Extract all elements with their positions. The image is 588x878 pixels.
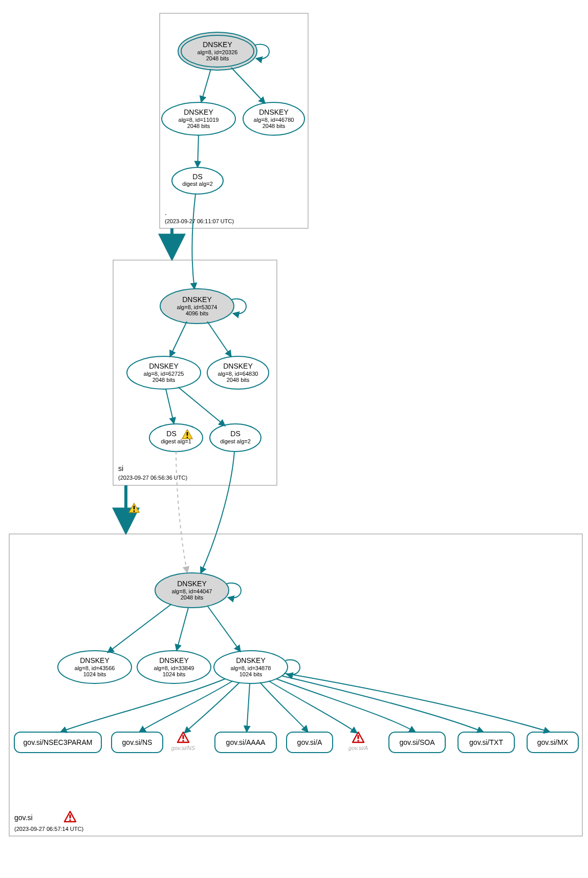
svg-text:alg=8, id=33849: alg=8, id=33849 — [154, 665, 194, 671]
edge-rootksk-zsk1 — [201, 69, 211, 102]
rr-aaaa[interactable]: gov.si/AAAA — [215, 732, 276, 753]
svg-text:2048 bits: 2048 bits — [263, 123, 286, 129]
svg-text:alg=8, id=44047: alg=8, id=44047 — [172, 588, 212, 594]
svg-text:alg=8, id=62725: alg=8, id=62725 — [144, 371, 184, 377]
svg-text:DS: DS — [230, 430, 240, 438]
rr-ns[interactable]: gov.si/NS — [112, 732, 163, 753]
svg-text:1024 bits: 1024 bits — [83, 671, 106, 677]
svg-text:alg=8, id=43566: alg=8, id=43566 — [75, 665, 115, 671]
svg-point-34 — [149, 424, 203, 452]
edge-govksk-z3 — [207, 606, 241, 652]
svg-text:2048 bits: 2048 bits — [227, 377, 250, 383]
svg-rect-40 — [9, 534, 582, 836]
svg-text:gov.si/MX: gov.si/MX — [537, 738, 569, 746]
edge-ds2-to-govksk — [201, 452, 234, 573]
edge-sizsk1-ds2 — [178, 387, 225, 426]
edge-sizsk1-ds1 — [166, 389, 174, 424]
neg-a[interactable]: gov.si/A — [349, 732, 368, 751]
node-gov-zsk1[interactable]: DNSKEY alg=8, id=43566 1024 bits — [58, 651, 132, 683]
svg-text:DNSKEY: DNSKEY — [236, 656, 266, 665]
svg-text:alg=8, id=11019: alg=8, id=11019 — [179, 117, 219, 123]
svg-text:alg=8, id=53074: alg=8, id=53074 — [177, 304, 217, 310]
svg-text:DNSKEY: DNSKEY — [259, 108, 289, 116]
svg-text:DNSKEY: DNSKEY — [149, 362, 179, 370]
svg-text:DNSKEY: DNSKEY — [80, 656, 110, 665]
edge-siksk-zsk2 — [207, 322, 231, 357]
edge-ds1-broken — [176, 452, 187, 573]
svg-text:1024 bits: 1024 bits — [163, 671, 186, 677]
svg-text:2048 bits: 2048 bits — [206, 55, 229, 61]
node-root-ksk[interactable]: DNSKEY alg=8, id=20326 2048 bits — [178, 32, 257, 70]
zone-si-name: si — [118, 464, 123, 473]
edge-siksk-zsk1 — [170, 322, 187, 357]
node-si-zsk2[interactable]: DNSKEY alg=8, id=64830 2048 bits — [207, 356, 269, 389]
node-si-ds1[interactable]: DS digest alg=1 — [149, 424, 203, 452]
svg-text:4096 bits: 4096 bits — [186, 310, 209, 316]
svg-point-37 — [210, 424, 261, 452]
svg-text:gov.si/TXT: gov.si/TXT — [469, 738, 503, 746]
error-icon — [178, 732, 189, 742]
svg-text:DNSKEY: DNSKEY — [223, 362, 253, 370]
svg-text:1024 bits: 1024 bits — [239, 671, 263, 677]
node-si-ds2[interactable]: DS digest alg=2 — [210, 424, 261, 452]
rr-mx[interactable]: gov.si/MX — [527, 732, 578, 753]
svg-text:DNSKEY: DNSKEY — [203, 40, 232, 49]
zone-root: . (2023-09-27 06:11:07 UTC) DNSKEY alg=8… — [160, 13, 308, 228]
svg-text:gov.si/A: gov.si/A — [297, 738, 322, 746]
svg-text:digest alg=2: digest alg=2 — [220, 438, 251, 444]
svg-text:alg=8, id=34878: alg=8, id=34878 — [231, 665, 271, 671]
svg-text:DNSKEY: DNSKEY — [182, 295, 212, 304]
node-si-zsk1[interactable]: DNSKEY alg=8, id=62725 2048 bits — [127, 356, 201, 389]
edge-zsk1-ds — [198, 135, 199, 167]
svg-text:alg=8, id=20326: alg=8, id=20326 — [198, 49, 238, 55]
rr-a[interactable]: gov.si/A — [287, 732, 333, 753]
zone-gov-ts: (2023-09-27 06:57:14 UTC) — [14, 826, 83, 832]
svg-text:alg=8, id=64830: alg=8, id=64830 — [218, 371, 258, 377]
svg-text:DNSKEY: DNSKEY — [177, 580, 207, 588]
svg-text:gov.si/AAAA: gov.si/AAAA — [226, 738, 266, 746]
svg-text:2048 bits: 2048 bits — [187, 123, 210, 129]
node-root-zsk2[interactable]: DNSKEY alg=8, id=46780 2048 bits — [243, 102, 304, 135]
svg-text:2048 bits: 2048 bits — [153, 377, 176, 383]
node-si-ksk[interactable]: DNSKEY alg=8, id=53074 4096 bits — [160, 289, 234, 324]
svg-text:DNSKEY: DNSKEY — [159, 656, 189, 665]
node-gov-zsk2[interactable]: DNSKEY alg=8, id=33849 1024 bits — [137, 651, 211, 683]
neg-ns[interactable]: gov.si/NS — [171, 732, 195, 751]
svg-text:gov.si/SOA: gov.si/SOA — [400, 738, 435, 746]
error-icon — [64, 811, 76, 822]
rr-txt[interactable]: gov.si/TXT — [458, 732, 514, 753]
svg-text:digest alg=1: digest alg=1 — [161, 438, 191, 444]
svg-text:gov.si/A: gov.si/A — [349, 745, 368, 751]
zone-root-ts: (2023-09-27 06:11:07 UTC) — [165, 218, 234, 224]
zone-gov-name: gov.si — [14, 813, 33, 822]
edge-rootksk-zsk2 — [231, 68, 265, 103]
zone-gov: gov.si (2023-09-27 06:57:14 UTC) DNSKEY … — [9, 534, 582, 836]
edge-govksk-z1 — [107, 604, 171, 653]
svg-text:gov.si/NSEC3PARAM: gov.si/NSEC3PARAM — [24, 738, 93, 746]
svg-text:DS: DS — [192, 173, 202, 181]
svg-text:2048 bits: 2048 bits — [181, 594, 204, 601]
svg-text:DNSKEY: DNSKEY — [184, 108, 213, 116]
node-root-zsk1[interactable]: DNSKEY alg=8, id=11019 2048 bits — [162, 102, 235, 135]
svg-text:DS: DS — [166, 430, 176, 438]
rr-soa[interactable]: gov.si/SOA — [389, 732, 445, 753]
svg-text:digest alg=2: digest alg=2 — [182, 181, 213, 187]
edge-govksk-z2 — [177, 608, 188, 651]
warning-icon — [129, 503, 139, 512]
rr-nsec3param[interactable]: gov.si/NSEC3PARAM — [14, 732, 101, 753]
zone-si: si (2023-09-27 06:56:36 UTC) DNSKEY alg=… — [113, 260, 277, 485]
error-icon — [353, 732, 364, 742]
edge-ds-to-si-ksk — [192, 194, 195, 289]
svg-text:alg=8, id=46780: alg=8, id=46780 — [254, 117, 294, 123]
zone-root-name: . — [165, 208, 167, 217]
svg-text:gov.si/NS: gov.si/NS — [122, 738, 153, 746]
svg-text:gov.si/NS: gov.si/NS — [171, 745, 195, 751]
node-root-ds[interactable]: DS digest alg=2 — [172, 167, 223, 194]
node-gov-ksk[interactable]: DNSKEY alg=8, id=44047 2048 bits — [155, 573, 229, 608]
